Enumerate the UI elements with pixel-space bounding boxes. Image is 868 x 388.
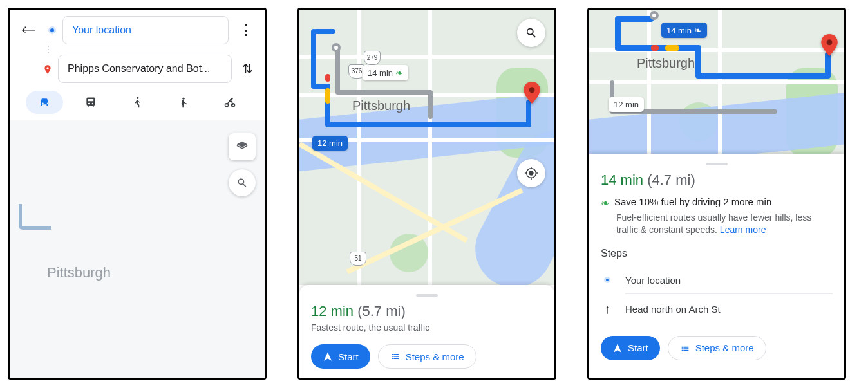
mode-transit[interactable] (72, 91, 109, 114)
sheet-drag-handle[interactable] (416, 294, 438, 297)
screen-3-eco-route-details: Pittsburgh 14 min ❧ 12 min 14 min (4.7 m… (587, 8, 846, 380)
svg-point-6 (529, 87, 535, 93)
route-duration: 12 min (311, 303, 354, 319)
screen-2-route-overview: 376 279 51 Pittsburgh 12 min 14 min ❧ (297, 8, 556, 380)
svg-point-7 (529, 171, 533, 175)
svg-point-9 (827, 39, 833, 45)
search-icon (524, 26, 538, 40)
highway-shield: 279 (364, 51, 381, 65)
bike-icon (223, 96, 236, 109)
step-direction[interactable]: ↑ Head north on Arch St (601, 294, 833, 324)
city-label: Pittsburgh (637, 56, 695, 71)
navigate-icon (612, 343, 623, 353)
walk-icon (131, 96, 144, 109)
arrow-up-icon: ↑ (601, 302, 614, 317)
locate-icon (524, 166, 538, 180)
list-icon (390, 351, 401, 362)
route-duration: 14 min (601, 172, 643, 188)
start-button-label: Start (628, 342, 648, 353)
map-canvas[interactable]: 376 279 51 Pittsburgh 12 min 14 min ❧ (299, 10, 554, 285)
route-headline: 14 min (4.7 mi) (601, 172, 833, 189)
eco-savings-detail: Fuel-efficient routes usually have fewer… (616, 212, 833, 236)
primary-route-time-label[interactable]: 14 min ❧ (661, 23, 707, 38)
layers-icon (235, 140, 249, 154)
origin-dot-icon (48, 26, 56, 34)
route-headline: 12 min (5.7 mi) (311, 303, 543, 320)
primary-route-time-text: 14 min (666, 26, 692, 35)
primary-route-time-label[interactable]: 12 min (312, 136, 348, 151)
swap-locations-icon[interactable]: ⇅ (238, 57, 257, 80)
destination-marker (821, 34, 838, 56)
city-label: Pittsburgh (352, 98, 410, 113)
train-icon (84, 96, 97, 109)
more-options-icon[interactable]: ⋮ (235, 18, 257, 42)
start-location-input[interactable]: Your location (62, 16, 229, 44)
steps-header: Steps (601, 248, 833, 259)
start-button-label: Start (338, 351, 359, 362)
svg-point-0 (46, 67, 48, 69)
leaf-icon: ❧ (395, 68, 403, 78)
sheet-drag-handle[interactable] (706, 163, 728, 165)
map-canvas-dimmed[interactable]: Pittsburgh (10, 120, 265, 378)
mode-drive[interactable] (26, 91, 63, 114)
mode-walk[interactable] (118, 91, 156, 114)
route-distance: (5.7 mi) (357, 303, 406, 319)
steps-more-button[interactable]: Steps & more (668, 336, 766, 360)
route-subline: Fastest route, the usual traffic (311, 322, 543, 333)
car-icon (38, 96, 51, 109)
origin-dot-icon (601, 277, 614, 283)
alt-route-time-label[interactable]: 12 min (609, 97, 644, 112)
route-distance: (4.7 mi) (647, 172, 695, 188)
steps-button-label: Steps & more (406, 351, 464, 362)
destination-marker (524, 82, 540, 104)
start-navigation-button[interactable]: Start (601, 336, 660, 360)
eco-savings-title: Save 10% fuel by driving 2 more min (614, 196, 771, 207)
highway-shield: 51 (350, 252, 366, 266)
steps-button-label: Steps & more (695, 342, 754, 353)
start-navigation-button[interactable]: Start (311, 344, 370, 369)
mode-rideshare[interactable] (165, 91, 202, 114)
step-text: Your location (625, 275, 681, 286)
learn-more-link[interactable]: Learn more (720, 225, 766, 235)
route-summary-sheet[interactable]: 12 min (5.7 mi) Fastest route, the usual… (299, 285, 554, 378)
directions-header: 🡐 Your location ⋮ Phipps Conservatory an… (10, 10, 265, 120)
origin-marker (650, 11, 659, 20)
list-icon (680, 343, 690, 353)
step-origin[interactable]: Your location (601, 267, 833, 293)
layers-button[interactable] (229, 133, 256, 160)
eco-detail-text: Fuel-efficient routes usually have fewer… (616, 212, 811, 235)
search-icon (236, 176, 249, 189)
route-connector-dots (48, 43, 49, 56)
svg-point-1 (137, 97, 138, 99)
recenter-button[interactable] (517, 159, 545, 187)
search-map-button[interactable] (229, 169, 256, 196)
leaf-icon: ❧ (601, 197, 609, 209)
origin-marker (332, 43, 341, 52)
step-text: Head north on Arch St (625, 304, 721, 315)
screen-1-directions-input: 🡐 Your location ⋮ Phipps Conservatory an… (8, 8, 267, 380)
steps-more-button[interactable]: Steps & more (378, 344, 476, 369)
leaf-icon: ❧ (694, 25, 702, 35)
rideshare-icon (177, 96, 190, 109)
svg-point-2 (182, 98, 184, 100)
travel-mode-tabs (17, 83, 257, 120)
destination-pin-icon (42, 64, 52, 73)
alt-route-time-text: 14 min (368, 68, 393, 78)
map-canvas[interactable]: Pittsburgh 14 min ❧ 12 min (589, 10, 844, 154)
destination-input[interactable]: Phipps Conservatory and Bot... (58, 55, 232, 83)
navigate-icon (323, 351, 333, 362)
search-map-button[interactable] (517, 19, 545, 47)
eco-savings-line: ❧ Save 10% fuel by driving 2 more min (601, 196, 833, 209)
route-details-sheet[interactable]: 14 min (4.7 mi) ❧ Save 10% fuel by drivi… (589, 154, 844, 378)
route-preview-line (19, 204, 51, 230)
city-label: Pittsburgh (47, 264, 111, 281)
mode-bike[interactable] (211, 91, 249, 114)
back-arrow-icon[interactable]: 🡐 (17, 17, 41, 43)
alt-route-time-label[interactable]: 14 min ❧ (363, 65, 408, 80)
svg-point-5 (231, 98, 233, 100)
